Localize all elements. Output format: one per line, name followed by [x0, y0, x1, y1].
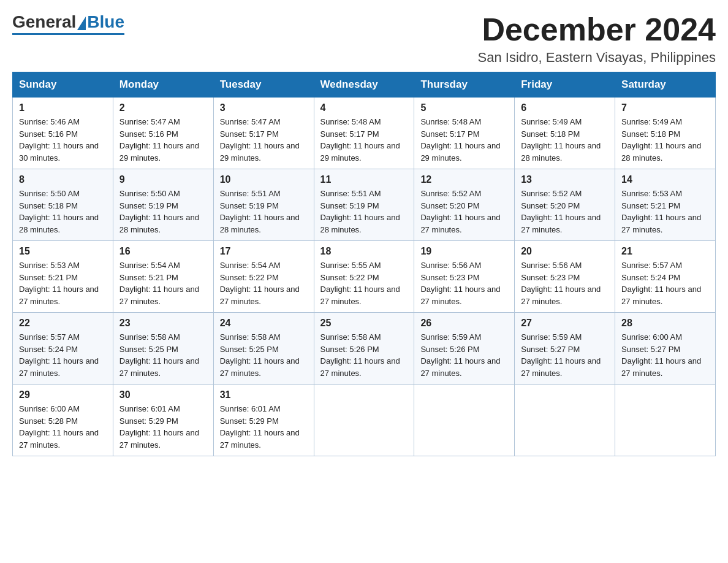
day-number: 17 — [220, 246, 308, 257]
calendar-cell: 1Sunrise: 5:46 AMSunset: 5:16 PMDaylight… — [13, 98, 113, 169]
day-number: 12 — [420, 174, 508, 185]
day-number: 29 — [19, 389, 107, 400]
day-number: 10 — [220, 174, 308, 185]
day-number: 8 — [19, 174, 107, 185]
day-number: 19 — [420, 246, 508, 257]
day-number: 20 — [521, 246, 609, 257]
calendar-cell: 16Sunrise: 5:54 AMSunset: 5:21 PMDayligh… — [113, 241, 213, 313]
calendar-cell: 19Sunrise: 5:56 AMSunset: 5:23 PMDayligh… — [414, 241, 515, 313]
day-number: 2 — [119, 102, 207, 113]
day-info: Sunrise: 5:49 AMSunset: 5:18 PMDaylight:… — [521, 117, 601, 163]
calendar-cell — [615, 385, 716, 456]
calendar-cell: 31Sunrise: 6:01 AMSunset: 5:29 PMDayligh… — [213, 385, 314, 456]
day-number: 27 — [521, 318, 609, 329]
calendar-cell: 23Sunrise: 5:58 AMSunset: 5:25 PMDayligh… — [113, 313, 213, 385]
day-number: 7 — [621, 102, 709, 113]
calendar-cell: 12Sunrise: 5:52 AMSunset: 5:20 PMDayligh… — [414, 169, 515, 241]
calendar-cell: 14Sunrise: 5:53 AMSunset: 5:21 PMDayligh… — [615, 169, 716, 241]
calendar-cell: 18Sunrise: 5:55 AMSunset: 5:22 PMDayligh… — [314, 241, 414, 313]
calendar-cell: 7Sunrise: 5:49 AMSunset: 5:18 PMDaylight… — [615, 98, 716, 169]
day-info: Sunrise: 5:51 AMSunset: 5:19 PMDaylight:… — [220, 189, 300, 234]
column-header-sunday: Sunday — [13, 72, 113, 98]
location-subtitle: San Isidro, Eastern Visayas, Philippines — [478, 50, 716, 66]
day-info: Sunrise: 5:56 AMSunset: 5:23 PMDaylight:… — [420, 261, 500, 306]
calendar-header-row: SundayMondayTuesdayWednesdayThursdayFrid… — [13, 72, 716, 98]
calendar-cell: 30Sunrise: 6:01 AMSunset: 5:29 PMDayligh… — [113, 385, 213, 456]
column-header-monday: Monday — [113, 72, 213, 98]
day-info: Sunrise: 5:58 AMSunset: 5:25 PMDaylight:… — [220, 332, 300, 378]
calendar-cell: 25Sunrise: 5:58 AMSunset: 5:26 PMDayligh… — [314, 313, 414, 385]
page-header: General Blue December 2024 San Isidro, E… — [12, 12, 716, 66]
column-header-friday: Friday — [515, 72, 615, 98]
column-header-thursday: Thursday — [414, 72, 515, 98]
calendar-cell: 4Sunrise: 5:48 AMSunset: 5:17 PMDaylight… — [314, 98, 414, 169]
logo-blue-text: Blue — [87, 12, 124, 32]
day-number: 11 — [320, 174, 408, 185]
day-info: Sunrise: 5:58 AMSunset: 5:26 PMDaylight:… — [320, 332, 400, 378]
calendar-cell: 10Sunrise: 5:51 AMSunset: 5:19 PMDayligh… — [213, 169, 314, 241]
day-number: 24 — [220, 318, 308, 329]
calendar-week-row: 29Sunrise: 6:00 AMSunset: 5:28 PMDayligh… — [13, 385, 716, 456]
calendar-week-row: 1Sunrise: 5:46 AMSunset: 5:16 PMDaylight… — [13, 98, 716, 169]
day-number: 26 — [420, 318, 508, 329]
calendar-cell: 26Sunrise: 5:59 AMSunset: 5:26 PMDayligh… — [414, 313, 515, 385]
title-section: December 2024 San Isidro, Eastern Visaya… — [478, 12, 716, 66]
logo-general-text: General — [12, 12, 76, 32]
day-info: Sunrise: 6:01 AMSunset: 5:29 PMDaylight:… — [119, 404, 199, 450]
day-info: Sunrise: 5:52 AMSunset: 5:20 PMDaylight:… — [420, 189, 500, 234]
day-info: Sunrise: 5:49 AMSunset: 5:18 PMDaylight:… — [621, 117, 701, 163]
calendar-cell: 29Sunrise: 6:00 AMSunset: 5:28 PMDayligh… — [13, 385, 113, 456]
day-info: Sunrise: 5:54 AMSunset: 5:21 PMDaylight:… — [119, 261, 199, 306]
calendar-cell: 9Sunrise: 5:50 AMSunset: 5:19 PMDaylight… — [113, 169, 213, 241]
calendar-cell — [314, 385, 414, 456]
calendar-cell: 28Sunrise: 6:00 AMSunset: 5:27 PMDayligh… — [615, 313, 716, 385]
calendar-cell: 20Sunrise: 5:56 AMSunset: 5:23 PMDayligh… — [515, 241, 615, 313]
day-info: Sunrise: 6:01 AMSunset: 5:29 PMDaylight:… — [220, 404, 300, 450]
day-info: Sunrise: 5:59 AMSunset: 5:26 PMDaylight:… — [420, 332, 500, 378]
calendar-week-row: 15Sunrise: 5:53 AMSunset: 5:21 PMDayligh… — [13, 241, 716, 313]
calendar-cell: 17Sunrise: 5:54 AMSunset: 5:22 PMDayligh… — [213, 241, 314, 313]
logo-triangle-icon — [77, 17, 86, 30]
calendar-cell: 6Sunrise: 5:49 AMSunset: 5:18 PMDaylight… — [515, 98, 615, 169]
day-number: 31 — [220, 389, 308, 400]
calendar-week-row: 8Sunrise: 5:50 AMSunset: 5:18 PMDaylight… — [13, 169, 716, 241]
day-number: 15 — [19, 246, 107, 257]
day-number: 4 — [320, 102, 408, 113]
calendar-cell — [515, 385, 615, 456]
day-number: 30 — [119, 389, 207, 400]
calendar-cell: 15Sunrise: 5:53 AMSunset: 5:21 PMDayligh… — [13, 241, 113, 313]
day-info: Sunrise: 5:47 AMSunset: 5:16 PMDaylight:… — [119, 117, 199, 163]
calendar-cell: 21Sunrise: 5:57 AMSunset: 5:24 PMDayligh… — [615, 241, 716, 313]
day-info: Sunrise: 5:52 AMSunset: 5:20 PMDaylight:… — [521, 189, 601, 234]
column-header-wednesday: Wednesday — [314, 72, 414, 98]
calendar-week-row: 22Sunrise: 5:57 AMSunset: 5:24 PMDayligh… — [13, 313, 716, 385]
day-number: 16 — [119, 246, 207, 257]
day-number: 6 — [521, 102, 609, 113]
calendar-body: 1Sunrise: 5:46 AMSunset: 5:16 PMDaylight… — [13, 98, 716, 456]
day-info: Sunrise: 5:55 AMSunset: 5:22 PMDaylight:… — [320, 261, 400, 306]
calendar-cell: 22Sunrise: 5:57 AMSunset: 5:24 PMDayligh… — [13, 313, 113, 385]
day-info: Sunrise: 5:57 AMSunset: 5:24 PMDaylight:… — [621, 261, 701, 306]
day-info: Sunrise: 5:53 AMSunset: 5:21 PMDaylight:… — [19, 261, 99, 306]
day-number: 23 — [119, 318, 207, 329]
day-info: Sunrise: 5:58 AMSunset: 5:25 PMDaylight:… — [119, 332, 199, 378]
day-number: 22 — [19, 318, 107, 329]
day-info: Sunrise: 5:46 AMSunset: 5:16 PMDaylight:… — [19, 117, 99, 163]
day-number: 9 — [119, 174, 207, 185]
month-title: December 2024 — [478, 12, 716, 47]
column-header-tuesday: Tuesday — [213, 72, 314, 98]
day-info: Sunrise: 5:48 AMSunset: 5:17 PMDaylight:… — [420, 117, 500, 163]
calendar-cell: 5Sunrise: 5:48 AMSunset: 5:17 PMDaylight… — [414, 98, 515, 169]
day-info: Sunrise: 5:47 AMSunset: 5:17 PMDaylight:… — [220, 117, 300, 163]
day-number: 14 — [621, 174, 709, 185]
logo-underline — [12, 33, 124, 35]
day-info: Sunrise: 5:59 AMSunset: 5:27 PMDaylight:… — [521, 332, 601, 378]
calendar-cell: 27Sunrise: 5:59 AMSunset: 5:27 PMDayligh… — [515, 313, 615, 385]
day-number: 28 — [621, 318, 709, 329]
day-number: 1 — [19, 102, 107, 113]
column-header-saturday: Saturday — [615, 72, 716, 98]
day-info: Sunrise: 5:56 AMSunset: 5:23 PMDaylight:… — [521, 261, 601, 306]
calendar-cell: 8Sunrise: 5:50 AMSunset: 5:18 PMDaylight… — [13, 169, 113, 241]
day-info: Sunrise: 5:51 AMSunset: 5:19 PMDaylight:… — [320, 189, 400, 234]
day-number: 3 — [220, 102, 308, 113]
